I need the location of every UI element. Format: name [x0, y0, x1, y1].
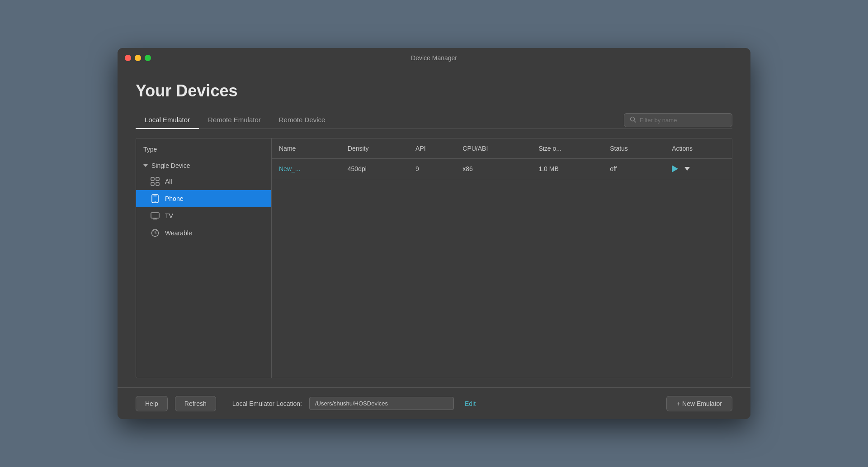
device-table: Name Density API CPU/ABI Size o... Statu…: [272, 138, 732, 179]
page-heading: Your Devices: [136, 81, 732, 100]
table-header-row: Name Density API CPU/ABI Size o... Statu…: [272, 138, 732, 159]
close-button[interactable]: [125, 55, 131, 61]
single-device-label: Single Device: [151, 162, 190, 169]
actions-dropdown-button[interactable]: [684, 167, 690, 171]
device-size-cell: 1.0 MB: [531, 159, 603, 179]
col-header-cpu: CPU/ABI: [455, 138, 531, 159]
svg-rect-2: [151, 177, 154, 181]
device-status-cell: off: [603, 159, 665, 179]
col-header-status: Status: [603, 138, 665, 159]
col-header-name: Name: [272, 138, 340, 159]
edit-link[interactable]: Edit: [465, 400, 476, 407]
chevron-down-icon: [143, 164, 148, 167]
svg-line-1: [634, 120, 636, 122]
wearable-icon: [151, 229, 160, 238]
sidebar-item-wearable-label: Wearable: [165, 229, 192, 237]
device-density-cell: 450dpi: [340, 159, 408, 179]
sidebar-item-all-label: All: [165, 178, 172, 185]
sidebar-item-phone[interactable]: Phone: [136, 190, 271, 207]
titlebar: Device Manager: [118, 48, 750, 68]
col-header-actions: Actions: [665, 138, 732, 159]
maximize-button[interactable]: [145, 55, 151, 61]
type-header: Type: [136, 146, 271, 158]
filter-input[interactable]: [640, 117, 726, 124]
tab-remote-emulator[interactable]: Remote Emulator: [199, 111, 270, 129]
traffic-lights: [125, 55, 151, 61]
device-api-cell: 9: [408, 159, 455, 179]
tab-remote-device[interactable]: Remote Device: [270, 111, 335, 129]
svg-rect-4: [151, 182, 154, 186]
sidebar: Type Single Device All: [136, 138, 272, 378]
sidebar-item-phone-label: Phone: [165, 195, 183, 202]
location-label: Local Emulator Location:: [232, 400, 302, 407]
app-window: Device Manager Your Devices Local Emulat…: [118, 48, 750, 419]
svg-rect-3: [156, 177, 159, 181]
device-table-area: Name Density API CPU/ABI Size o... Statu…: [272, 138, 732, 378]
device-cpu-cell: x86: [455, 159, 531, 179]
main-area: Type Single Device All: [136, 138, 732, 378]
device-actions-cell: [665, 159, 732, 179]
help-button[interactable]: Help: [136, 396, 168, 411]
sidebar-item-wearable[interactable]: Wearable: [136, 224, 271, 242]
tv-icon: [151, 211, 160, 220]
col-header-density: Density: [340, 138, 408, 159]
sidebar-item-all[interactable]: All: [136, 173, 271, 190]
col-header-size: Size o...: [531, 138, 603, 159]
tab-local-emulator[interactable]: Local Emulator: [136, 111, 199, 129]
svg-point-7: [155, 201, 156, 202]
main-content: Your Devices Local Emulator Remote Emula…: [118, 68, 750, 387]
window-title: Device Manager: [411, 54, 457, 62]
refresh-button[interactable]: Refresh: [175, 396, 216, 411]
col-header-api: API: [408, 138, 455, 159]
sidebar-item-tv[interactable]: TV: [136, 207, 271, 224]
search-icon: [630, 116, 636, 124]
sidebar-item-tv-label: TV: [165, 212, 173, 219]
svg-rect-5: [156, 182, 159, 186]
tabs: Local Emulator Remote Emulator Remote De…: [136, 111, 334, 129]
phone-icon: [151, 194, 160, 203]
table-row: New_... 450dpi 9 x86 1.0 MB off: [272, 159, 732, 179]
filter-input-wrap[interactable]: [624, 113, 732, 127]
actions-group: [672, 165, 725, 172]
tabs-row: Local Emulator Remote Emulator Remote De…: [136, 111, 732, 129]
all-icon: [151, 177, 160, 186]
play-button[interactable]: [672, 165, 678, 172]
location-input[interactable]: [309, 397, 454, 410]
single-device-section[interactable]: Single Device: [136, 158, 271, 173]
minimize-button[interactable]: [135, 55, 141, 61]
device-name-cell[interactable]: New_...: [272, 159, 340, 179]
footer: Help Refresh Local Emulator Location: Ed…: [118, 387, 750, 419]
new-emulator-button[interactable]: + New Emulator: [666, 396, 732, 411]
svg-rect-9: [151, 213, 159, 218]
